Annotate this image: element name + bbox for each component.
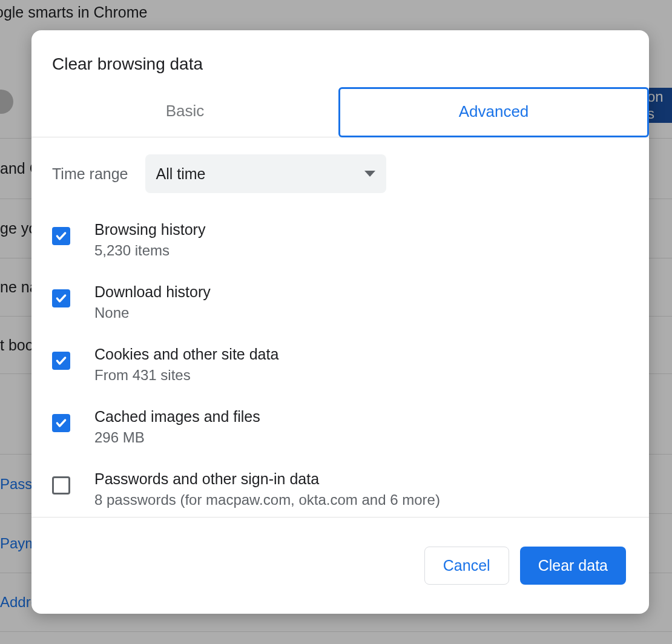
list-item: Browsing history5,230 items	[52, 221, 628, 259]
item-text: Passwords and other sign-in data8 passwo…	[94, 470, 440, 508]
checkbox[interactable]	[52, 227, 70, 245]
tabs: Basic Advanced	[31, 88, 649, 137]
time-range-row: Time range All time	[52, 154, 628, 193]
checkbox[interactable]	[52, 289, 70, 307]
item-title: Cookies and other site data	[94, 346, 278, 363]
item-text: Cached images and files296 MB	[94, 408, 260, 446]
dialog-content: Time range All time Browsing history5,23…	[31, 137, 649, 517]
tab-advanced[interactable]: Advanced	[338, 87, 649, 137]
item-subtitle: None	[94, 304, 211, 321]
item-subtitle: 296 MB	[94, 429, 260, 446]
checkbox[interactable]	[52, 414, 70, 432]
list-item: Passwords and other sign-in data8 passwo…	[52, 470, 628, 508]
item-title: Passwords and other sign-in data	[94, 470, 440, 488]
item-text: Cookies and other site dataFrom 431 site…	[94, 346, 278, 384]
time-range-label: Time range	[52, 165, 128, 183]
list-item: Download historyNone	[52, 283, 628, 321]
item-title: Cached images and files	[94, 408, 260, 426]
list-item: Cached images and files296 MB	[52, 408, 628, 446]
item-title: Browsing history	[94, 221, 205, 238]
clear-data-button[interactable]: Clear data	[520, 547, 626, 585]
time-range-value: All time	[156, 165, 206, 183]
item-subtitle: From 431 sites	[94, 367, 278, 384]
checkbox[interactable]	[52, 476, 70, 494]
chevron-down-icon	[364, 171, 375, 177]
time-range-select[interactable]: All time	[145, 154, 386, 193]
item-title: Download history	[94, 283, 211, 301]
dialog-footer: Cancel Clear data	[31, 517, 649, 614]
item-text: Browsing history5,230 items	[94, 221, 205, 259]
tab-basic[interactable]: Basic	[31, 88, 338, 137]
item-subtitle: 5,230 items	[94, 242, 205, 259]
dialog-title: Clear browsing data	[31, 30, 649, 88]
item-text: Download historyNone	[94, 283, 211, 321]
item-subtitle: 8 passwords (for macpaw.com, okta.com an…	[94, 491, 440, 508]
cancel-button[interactable]: Cancel	[424, 547, 509, 585]
list-item: Cookies and other site dataFrom 431 site…	[52, 346, 628, 384]
checkbox[interactable]	[52, 352, 70, 370]
clear-browsing-data-dialog: Clear browsing data Basic Advanced Time …	[31, 30, 649, 614]
